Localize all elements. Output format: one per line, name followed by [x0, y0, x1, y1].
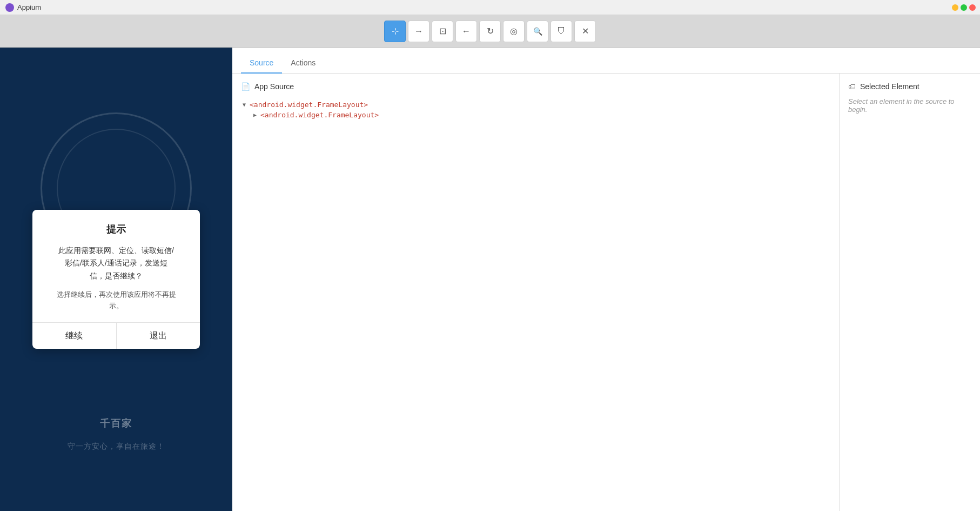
brand-slogan: 守一方安心，享自在旅途！ [0, 442, 232, 452]
tag-icon: 🏷 [848, 82, 856, 91]
right-panel: Source Actions 📄 App Source ▼ <android.w… [232, 48, 980, 511]
xml-node-child[interactable]: ▶ <android.widget.FrameLayout> [241, 110, 830, 120]
xml-tag-child: <android.widget.FrameLayout> [260, 111, 379, 119]
tab-source[interactable]: Source [241, 58, 282, 74]
window-controls [952, 4, 976, 11]
continue-button[interactable]: 继续 [32, 323, 117, 349]
tabs: Source Actions [232, 48, 980, 74]
content-area: 📄 App Source ▼ <android.widget.FrameLayo… [232, 74, 980, 511]
search-icon: 🔍 [533, 27, 542, 36]
close-window-button[interactable] [969, 4, 976, 11]
selected-element-header: 🏷 Selected Element [848, 82, 971, 91]
xml-tree: ▼ <android.widget.FrameLayout> ▶ <androi… [241, 99, 830, 120]
eye-icon: ◎ [510, 26, 518, 36]
permission-dialog: 提示 此应用需要联网、定位、读取短信/彩信/联系人/通话记录，发送短信，是否继续… [32, 210, 200, 349]
dialog-title: 提示 [43, 223, 189, 236]
dialog-body-text: 此应用需要联网、定位、读取短信/彩信/联系人/通话记录，发送短信，是否继续？ [58, 246, 174, 281]
maximize-button[interactable] [961, 4, 967, 11]
xml-node-root[interactable]: ▼ <android.widget.FrameLayout> [241, 99, 830, 110]
source-panel-header: 📄 App Source [241, 82, 830, 91]
tap-icon: ⊡ [439, 26, 446, 36]
settings-button[interactable]: ⛉ [551, 21, 572, 42]
refresh-icon: ↻ [487, 26, 494, 36]
brand-name: 千百家 [0, 417, 232, 430]
select-icon: ⊹ [392, 26, 399, 36]
source-panel: 📄 App Source ▼ <android.widget.FrameLayo… [232, 74, 840, 511]
selected-element-title: Selected Element [860, 82, 919, 91]
appium-logo-icon [5, 3, 14, 12]
phone-screen-panel: 提示 此应用需要联网、定位、读取短信/彩信/联系人/通话记录，发送短信，是否继续… [0, 48, 232, 511]
expand-icon-root[interactable]: ▼ [241, 102, 247, 108]
expand-icon-child[interactable]: ▶ [252, 112, 258, 118]
dialog-note: 选择继续后，再次使用该应用将不再提示。 [43, 289, 189, 312]
back-icon: ← [462, 26, 471, 36]
swipe-icon: → [414, 26, 423, 36]
tap-button[interactable]: ⊡ [432, 21, 453, 42]
refresh-button[interactable]: ↻ [479, 21, 501, 42]
search-button[interactable]: 🔍 [527, 21, 548, 42]
selected-element-panel: 🏷 Selected Element Select an element in … [840, 74, 980, 511]
minimize-button[interactable] [952, 4, 958, 11]
dialog-note-text: 选择继续后，再次使用该应用将不再提示。 [57, 290, 176, 310]
stop-button[interactable]: ✕ [574, 21, 596, 42]
dialog-buttons: 继续 退出 [32, 322, 200, 349]
dialog-body: 此应用需要联网、定位、读取短信/彩信/联系人/通话记录，发送短信，是否继续？ [43, 244, 189, 283]
app-logo: Appium [5, 3, 41, 12]
back-button[interactable]: ← [455, 21, 477, 42]
swipe-button[interactable]: → [408, 21, 429, 42]
title-bar: Appium [0, 0, 980, 15]
visibility-button[interactable]: ◎ [503, 21, 525, 42]
source-panel-title: App Source [254, 82, 294, 91]
tab-actions[interactable]: Actions [282, 58, 324, 74]
select-element-button[interactable]: ⊹ [384, 21, 406, 42]
app-name: Appium [17, 3, 41, 11]
main-content: 提示 此应用需要联网、定位、读取短信/彩信/联系人/通话记录，发送短信，是否继续… [0, 48, 980, 511]
document-icon: 📄 [241, 82, 250, 91]
shield-icon: ⛉ [557, 26, 566, 36]
xml-tag-root: <android.widget.FrameLayout> [250, 101, 368, 109]
exit-button[interactable]: 退出 [117, 323, 200, 349]
selected-element-empty: Select an element in the source to begin… [848, 97, 971, 114]
close-icon: ✕ [582, 26, 589, 36]
toolbar: ⊹ → ⊡ ← ↻ ◎ 🔍 ⛉ ✕ [0, 15, 980, 48]
